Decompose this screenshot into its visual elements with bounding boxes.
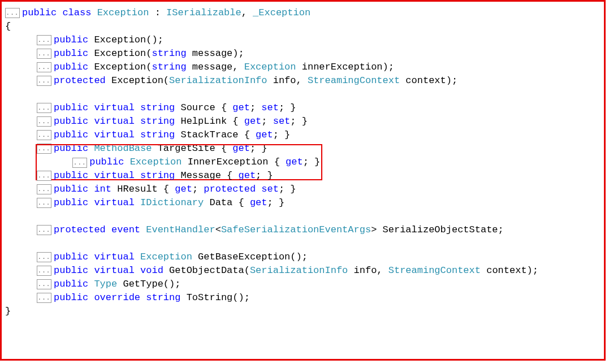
keyword: string [140,101,175,115]
type-name: Type [94,278,117,291]
type-name: EventHandler [146,223,215,237]
member-name: SerializeObjectState; [377,223,503,237]
member-name: Exception [94,47,146,60]
fold-toggle[interactable]: ... [37,76,51,86]
fold-toggle[interactable]: ... [37,252,51,262]
blank-line [5,88,601,101]
close-brace-line: } [5,305,601,318]
type-name: ISerializable [166,6,241,20]
blank-line [5,237,601,250]
fold-toggle[interactable]: ... [5,8,20,18]
fold-toggle[interactable]: ... [37,279,51,289]
member-name: Exception [94,33,146,47]
property-line: ... public virtual string HelpLink { get… [5,115,601,128]
method-line: ... public virtual Exception GetBaseExce… [5,250,601,264]
keyword: public [54,33,88,47]
keyword: class [62,6,91,20]
member-name: HelpLink [175,115,232,128]
keyword: string [146,291,180,305]
member-name: Source [175,101,221,115]
member-name: HResult [111,183,163,196]
type-name: Exception [244,60,296,74]
constructor-line: ... protected Exception(SerializationInf… [5,74,601,88]
brace: } [5,305,11,318]
fold-toggle[interactable]: ... [72,158,87,168]
keyword: public [54,60,88,74]
event-line: ... protected event EventHandler<SafeSer… [5,223,601,237]
fold-toggle[interactable]: ... [37,225,51,235]
member-name: StackTrace [175,128,244,142]
member-name: Data [204,196,238,210]
fold-toggle[interactable]: ... [37,198,51,208]
member-name: GetObjectData( [163,264,250,278]
constructor-line: ... public Exception(string message); [5,47,601,60]
constructor-line: ... public Exception(); [5,33,601,47]
property-line: ... public int HResult { get; protected … [5,183,601,196]
type-name: Exception [97,6,149,20]
method-line: ... public virtual void GetObjectData(Se… [5,264,601,278]
brace: { [5,20,11,33]
member-name: Message [175,169,227,183]
fold-toggle[interactable]: ... [37,130,51,140]
fold-toggle[interactable]: ... [37,62,51,72]
member-name: GetType(); [117,278,180,291]
fold-toggle[interactable]: ... [37,184,51,194]
constructor-line: ... public Exception(string message, Exc… [5,60,601,74]
type-name: IDictionary [140,196,204,210]
fold-toggle[interactable]: ... [37,171,51,181]
fold-toggle[interactable]: ... [37,49,51,59]
keyword: int [94,183,111,196]
type-name: SerializationInfo [169,74,267,88]
type-name: Exception [130,157,182,167]
separator: : [149,6,166,20]
code-viewer: ... public class Exception : ISerializab… [0,0,606,361]
keyword: string [152,47,186,60]
property-line-highlighted: ...public Exception InnerException { get… [5,155,601,169]
member-name: InnerException [182,157,274,167]
keyword: event [111,223,140,237]
type-name: _Exception [253,6,310,20]
keyword: public [22,6,57,20]
fold-toggle[interactable]: ... [37,266,51,276]
type-name: StreamingContext [388,264,481,278]
keyword: protected [54,74,106,88]
signature: (); [146,33,163,47]
method-line: ... public Type GetType(); [5,278,601,291]
type-name: SafeSerializationEventArgs [221,223,371,237]
method-line: ... public override string ToString(); [5,291,601,305]
comma: , [241,6,253,20]
property-line: ... public virtual IDictionary Data { ge… [5,196,601,210]
class-declaration-line: ... public class Exception : ISerializab… [5,6,601,20]
fold-toggle[interactable]: ... [37,293,51,303]
keyword: string [152,60,186,74]
fold-toggle[interactable]: ... [37,116,51,127]
open-brace-line: { [5,20,601,33]
keyword: string [140,115,175,128]
type-name: Exception [140,250,192,264]
fold-toggle[interactable]: ... [37,103,51,113]
member-name: GetBaseException(); [192,250,308,264]
keyword: public [54,47,88,60]
member-name: Exception [111,74,163,88]
type-name: SerializationInfo [250,264,348,278]
fold-toggle[interactable]: ... [37,35,51,45]
property-line: ... public virtual string Source { get; … [5,101,601,115]
blank-line [5,210,601,223]
type-name: StreamingContext [308,74,400,88]
keyword: string [140,169,175,183]
member-name: ToString(); [180,291,249,305]
member-name: Exception [94,60,146,74]
keyword: void [140,264,163,278]
keyword: string [140,128,175,142]
property-line: ... public virtual string StackTrace { g… [5,128,601,142]
